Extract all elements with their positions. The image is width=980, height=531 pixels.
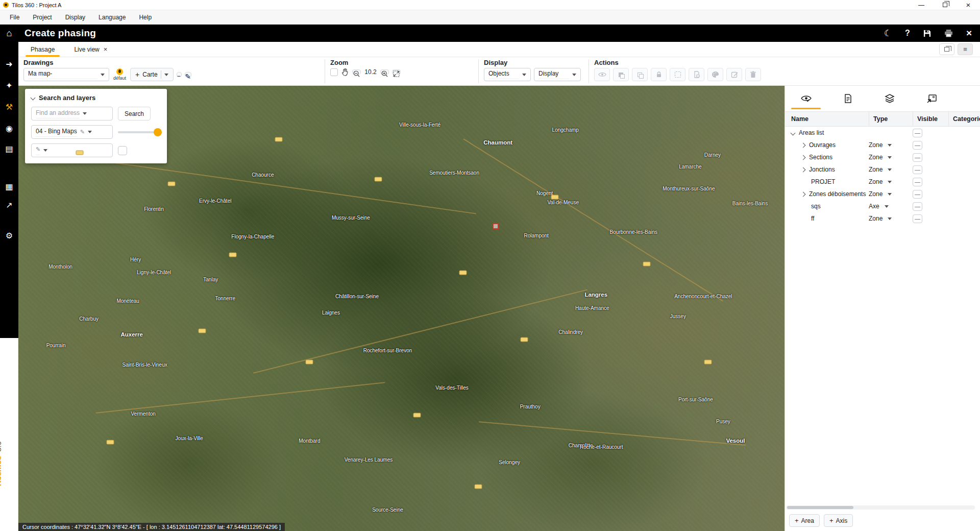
area-name: Ouvrages [785, 141, 869, 149]
tab-close-icon[interactable]: × [104, 45, 108, 53]
expander-chevron-icon[interactable] [791, 130, 796, 135]
zoom-out-button[interactable] [352, 69, 361, 75]
overlay-select[interactable]: ✎ [31, 143, 113, 157]
area-type-select[interactable]: Zone [869, 178, 913, 185]
visibility-toggle-button[interactable]: — [913, 165, 922, 174]
visibility-toggle-button[interactable]: — [913, 214, 922, 223]
areas-row[interactable]: JonctionsZone— [785, 163, 980, 176]
add-map-button[interactable]: +Carte [130, 68, 174, 81]
zoom-extent-button[interactable] [392, 69, 401, 75]
menu-item-help[interactable]: Help [132, 10, 158, 25]
help-icon[interactable]: ? [905, 29, 910, 38]
window-titlebar: Tilos 360 : Project A — × [0, 0, 980, 10]
restore-button[interactable] [933, 0, 957, 10]
default-drawing-indicator[interactable]: défaut [113, 68, 126, 81]
menu-item-file[interactable]: File [3, 10, 26, 25]
areas-horizontal-scrollbar[interactable] [786, 505, 975, 510]
route-icon[interactable]: ➜ [3, 57, 16, 70]
menu-item-display[interactable]: Display [59, 10, 92, 25]
area-type-select[interactable]: Axe [869, 203, 913, 210]
areas-row[interactable]: Zones déboisementsZone— [785, 188, 980, 200]
float-panel-button[interactable] [939, 43, 954, 55]
walk-icon[interactable]: ✦ [3, 79, 16, 92]
column-visible[interactable]: Visible [913, 112, 948, 126]
areas-tab-visibility-check[interactable] [785, 86, 827, 111]
menu-item-project[interactable]: Project [26, 10, 58, 25]
areas-tab-export-image[interactable] [911, 86, 952, 111]
areas-row[interactable]: OuvragesZone— [785, 139, 980, 151]
visibility-toggle-button[interactable]: — [913, 129, 922, 137]
close-window-button[interactable]: × [957, 0, 980, 10]
visibility-toggle-button[interactable]: — [913, 153, 922, 162]
scrollbar-thumb[interactable] [787, 506, 853, 509]
hammer-icon[interactable]: ⚒ [3, 100, 16, 113]
chevron-down-icon [522, 74, 526, 76]
remove-map-button[interactable]: − [177, 72, 182, 77]
display-select[interactable]: Display [534, 68, 581, 81]
areas-row[interactable]: sqsAxe— [785, 200, 980, 212]
visibility-toggle-button[interactable]: — [913, 178, 922, 186]
search-button[interactable]: Search [118, 107, 151, 120]
slider-knob[interactable] [154, 128, 162, 136]
add-axis-button[interactable]: +Axis [824, 514, 853, 527]
pan-hand-icon[interactable] [341, 68, 349, 76]
edit-button[interactable] [726, 68, 742, 81]
overlay-checkbox[interactable] [118, 146, 127, 155]
opacity-slider[interactable] [118, 131, 161, 133]
documents-icon[interactable]: ▤ [3, 142, 16, 155]
visibility-button[interactable] [594, 68, 610, 81]
areas-row[interactable]: ffZone— [785, 212, 980, 225]
areas-tab-layers[interactable] [869, 86, 911, 111]
area-type-select[interactable]: Zone [869, 166, 913, 173]
visibility-toggle-button[interactable]: — [913, 202, 922, 211]
calendar-icon[interactable]: ▦ [3, 180, 16, 193]
print-icon[interactable] [944, 30, 953, 37]
document-history-button[interactable] [689, 68, 704, 81]
expander-chevron-icon[interactable] [801, 155, 806, 160]
lock-button[interactable] [651, 68, 667, 81]
area-type-select[interactable]: Zone [869, 154, 913, 161]
minimize-button[interactable]: — [910, 0, 933, 10]
visibility-toggle-button[interactable]: — [913, 190, 922, 199]
basemap-select[interactable]: 04 - Bing Maps✎ [31, 125, 113, 139]
visibility-toggle-button[interactable]: — [913, 141, 922, 150]
palette-button[interactable] [707, 68, 723, 81]
home-button[interactable]: ⌂ [0, 25, 18, 42]
column-type[interactable]: Type [869, 112, 913, 126]
address-combo[interactable]: Find an address [31, 107, 113, 120]
layout-list-button[interactable]: ≡ [958, 43, 973, 55]
close-page-icon[interactable]: × [966, 28, 972, 39]
objects-select[interactable]: Objects [484, 68, 531, 81]
save-icon[interactable] [923, 30, 931, 37]
areas-tab-document[interactable] [827, 86, 869, 111]
areas-row[interactable]: PROJETZone— [785, 176, 980, 188]
areas-row[interactable]: Areas list— [785, 127, 980, 139]
map-select[interactable]: Ma map- [23, 68, 109, 81]
map-canvas[interactable]: Cursor coordinates : 47°32'41.32"N 3°8'4… [18, 86, 785, 531]
expander-chevron-icon[interactable] [801, 167, 806, 172]
menu-item-language[interactable]: Language [92, 10, 132, 25]
tab-phasage[interactable]: Phasage [23, 42, 62, 57]
share-icon[interactable]: ↗ [3, 198, 16, 211]
delete-button[interactable] [745, 68, 761, 81]
expander-chevron-icon[interactable] [801, 191, 806, 197]
edit-drawing-button[interactable]: ✎ [185, 72, 192, 77]
add-area-button[interactable]: +Area [789, 514, 820, 527]
selection-button[interactable] [670, 68, 685, 81]
zoom-in-button[interactable] [380, 69, 389, 75]
areas-row[interactable]: SectionsZone— [785, 151, 980, 163]
area-type-select[interactable]: Zone [869, 215, 913, 222]
column-name[interactable]: Name [785, 115, 869, 123]
area-type-select[interactable]: Zone [869, 190, 913, 198]
expander-chevron-icon[interactable] [801, 142, 806, 148]
collapse-chevron-icon[interactable] [31, 95, 36, 101]
tab-live-view[interactable]: Live view× [67, 42, 114, 57]
dark-mode-icon[interactable]: ☾ [884, 28, 892, 39]
pan-checkbox[interactable] [330, 68, 338, 76]
copy-button[interactable] [613, 68, 629, 81]
area-type-select[interactable]: Zone [869, 141, 913, 149]
column-category[interactable]: Categories [948, 112, 980, 126]
duplicate-button[interactable] [632, 68, 648, 81]
tools-icon[interactable]: ⚙ [3, 229, 16, 242]
eye-icon[interactable]: ◉ [3, 122, 16, 135]
